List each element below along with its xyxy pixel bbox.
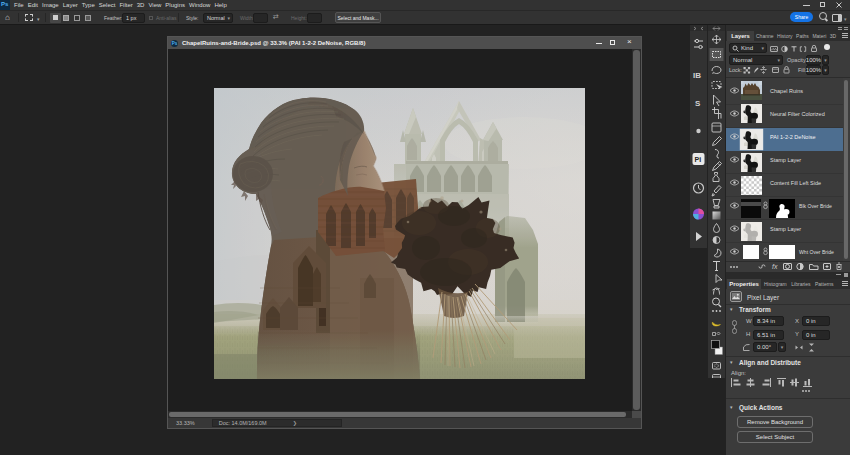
svg-text:fx: fx xyxy=(772,263,778,270)
svg-text:Content Fill Left Side: Content Fill Left Side xyxy=(770,180,821,186)
svg-text:Stamp Layer: Stamp Layer xyxy=(770,226,801,232)
svg-text:Wht Over Bride: Wht Over Bride xyxy=(799,249,834,255)
svg-text:Stamp Layer: Stamp Layer xyxy=(770,157,801,163)
svg-text:Neural Filter Colorized: Neural Filter Colorized xyxy=(770,111,825,117)
svg-text:Chapel Ruins: Chapel Ruins xyxy=(770,88,803,94)
svg-text:Blk Over Bride: Blk Over Bride xyxy=(799,203,832,209)
svg-text:IB: IB xyxy=(693,71,701,80)
svg-text:PAI 1-2-2 DeNoise: PAI 1-2-2 DeNoise xyxy=(770,134,815,140)
svg-text:S: S xyxy=(695,99,701,108)
svg-text:Pi: Pi xyxy=(695,156,702,163)
